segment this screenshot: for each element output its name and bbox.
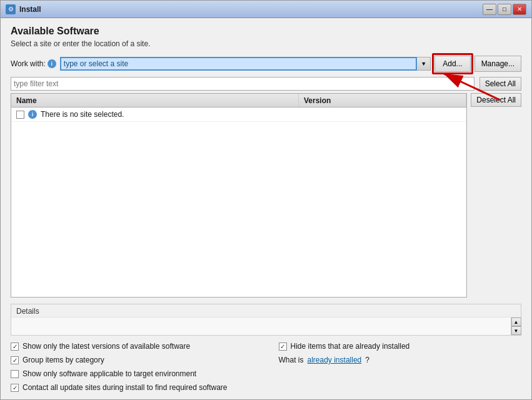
manage-button[interactable]: Manage...: [474, 56, 521, 72]
filter-row: Select All: [11, 77, 521, 91]
window-icon: ⚙: [6, 4, 16, 14]
add-section: Add...: [434, 56, 470, 72]
row-checkbox[interactable]: [16, 111, 24, 119]
minimize-button[interactable]: —: [483, 4, 496, 15]
filter-input[interactable]: [11, 77, 474, 91]
details-content: ▲ ▼: [11, 318, 521, 335]
site-input[interactable]: [60, 57, 417, 71]
scroll-down-arrow[interactable]: ▼: [511, 326, 521, 335]
option-group-by-category: ✓ Group items by category: [11, 356, 254, 364]
info-icon: i: [48, 59, 56, 68]
version-column-header: Version: [299, 94, 466, 107]
details-scrollbar: ▲ ▼: [511, 318, 521, 335]
option-what-is-installed: What is already installed ?: [279, 356, 522, 364]
option-hide-checkbox[interactable]: ✓: [279, 342, 287, 351]
page-title: Available Software: [11, 26, 521, 37]
dropdown-button[interactable]: ▼: [417, 57, 431, 71]
work-with-row: Work with: i ▼ Add... Manage...: [11, 56, 521, 72]
option-latest-versions: ✓ Show only the latest versions of avail…: [11, 342, 254, 351]
table-row: i There is no site selected.: [11, 108, 466, 122]
title-bar: ⚙ Install — □ ✕: [1, 1, 531, 18]
table-body: i There is no site selected.: [11, 108, 466, 297]
window-title: Install: [19, 5, 41, 14]
side-buttons: Deselect All: [467, 93, 521, 300]
option-contact-checkbox[interactable]: ✓: [11, 384, 19, 392]
options-right-column: ✓ Hide items that are already installed …: [279, 342, 522, 392]
select-all-button[interactable]: Select All: [479, 77, 521, 91]
options-section: ✓ Show only the latest versions of avail…: [11, 342, 521, 392]
option-target-environment: Show only software applicable to target …: [11, 369, 254, 378]
add-button[interactable]: Add...: [434, 56, 470, 72]
option-latest-checkbox[interactable]: ✓: [11, 342, 19, 351]
details-section: Details ▲ ▼: [11, 304, 521, 336]
maximize-button[interactable]: □: [498, 4, 511, 15]
title-controls: — □ ✕: [483, 4, 526, 15]
row-info-icon: i: [28, 110, 37, 119]
site-input-wrapper: ▼: [60, 57, 431, 71]
install-window: ⚙ Install — □ ✕ Available Software Selec…: [0, 0, 532, 400]
already-installed-link[interactable]: already installed: [308, 356, 362, 364]
scroll-up-arrow[interactable]: ▲: [511, 318, 521, 326]
table-header: Name Version: [11, 94, 466, 108]
name-column-header: Name: [11, 94, 299, 107]
option-target-checkbox[interactable]: [11, 370, 19, 378]
software-table: Name Version i There is no site selected…: [11, 93, 467, 298]
close-button[interactable]: ✕: [513, 4, 526, 15]
work-with-label: Work with: i: [11, 59, 56, 68]
deselect-all-button[interactable]: Deselect All: [471, 93, 521, 107]
title-bar-left: ⚙ Install: [6, 4, 41, 14]
option-hide-installed: ✓ Hide items that are already installed: [279, 342, 522, 351]
page-subtitle: Select a site or enter the location of a…: [11, 39, 521, 48]
table-and-side: Name Version i There is no site selected…: [11, 93, 521, 300]
option-contact-update-sites: ✓ Contact all update sites during instal…: [11, 383, 254, 392]
details-label: Details: [11, 304, 521, 318]
content-area: Available Software Select a site or ente…: [1, 18, 531, 399]
options-left-column: ✓ Show only the latest versions of avail…: [11, 342, 254, 392]
no-site-message: There is no site selected.: [41, 110, 124, 119]
option-group-checkbox[interactable]: ✓: [11, 356, 19, 364]
